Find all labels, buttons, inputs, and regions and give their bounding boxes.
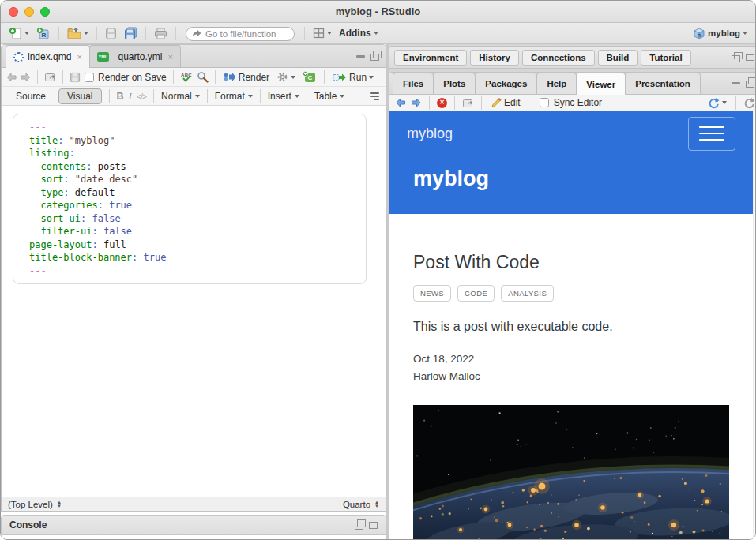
code-line: sort: "date desc" — [29, 173, 359, 186]
close-window-button[interactable] — [9, 7, 18, 17]
publish-button[interactable] — [706, 96, 728, 110]
source-mode-button[interactable]: Source — [8, 89, 54, 103]
maximize-pane-icon[interactable] — [370, 54, 379, 61]
scope-selector[interactable]: (Top Level) — [8, 500, 53, 509]
tab-plots[interactable]: Plots — [433, 73, 476, 94]
document-tab--quarto-yml[interactable]: YML_quarto.yml× — [89, 45, 181, 67]
visual-editor-toolbar: Source Visual B I </> Normal Format — [2, 87, 386, 106]
popout-icon[interactable] — [44, 72, 56, 82]
document-tab-index-qmd[interactable]: index.qmd× — [6, 45, 90, 68]
sync-editor-checkbox[interactable] — [540, 98, 549, 107]
maximize-pane-icon[interactable] — [746, 81, 754, 88]
close-tab-icon[interactable]: × — [168, 52, 173, 62]
code-line: sort-ui: false — [29, 212, 359, 226]
outline-toggle-icon[interactable] — [370, 92, 379, 100]
paragraph-style-menu[interactable]: Normal — [161, 91, 200, 102]
tab-build[interactable]: Build — [598, 50, 638, 66]
spellcheck-icon[interactable]: ABC — [180, 71, 193, 83]
tab-packages[interactable]: Packages — [475, 73, 537, 94]
new-project-button[interactable]: R — [35, 26, 52, 40]
zoom-window-button[interactable] — [40, 7, 50, 17]
tab-environment[interactable]: Environment — [394, 50, 467, 66]
table-menu[interactable]: Table — [314, 91, 345, 102]
run-icon — [333, 73, 347, 82]
category-pill-analysis[interactable]: ANALYSIS — [501, 285, 554, 302]
goto-file-input[interactable] — [186, 27, 295, 41]
hamburger-menu-button[interactable] — [688, 117, 735, 151]
viewer-scrollbar[interactable] — [753, 111, 756, 540]
viewer-forward-icon[interactable] — [411, 98, 422, 107]
paragraph-style-label: Normal — [161, 91, 192, 102]
document-tab-label: index.qmd — [28, 51, 71, 62]
goto-file-search[interactable] — [186, 26, 295, 41]
category-pill-news[interactable]: NEWS — [413, 285, 451, 302]
toolbar-separator — [454, 96, 455, 110]
tab-connections[interactable]: Connections — [522, 50, 595, 66]
render-on-save-checkbox[interactable] — [85, 73, 94, 82]
search-icon[interactable] — [197, 71, 209, 83]
edit-button[interactable]: Edit — [489, 96, 522, 109]
toolbar-separator — [175, 27, 176, 40]
save-button[interactable] — [103, 27, 118, 40]
back-icon[interactable] — [6, 73, 17, 82]
minimize-window-button[interactable] — [24, 7, 34, 17]
bold-button[interactable]: B — [117, 91, 124, 102]
print-icon — [154, 28, 167, 39]
tab-files[interactable]: Files — [393, 73, 434, 94]
close-tab-icon[interactable]: × — [77, 52, 81, 62]
run-button[interactable]: Run — [331, 71, 375, 84]
tab-viewer[interactable]: Viewer — [576, 73, 626, 95]
maximize-pane-icon[interactable] — [746, 54, 754, 61]
toolbar-separator — [481, 96, 482, 110]
open-file-button[interactable] — [66, 27, 90, 40]
tab-presentation[interactable]: Presentation — [625, 73, 701, 94]
category-pill-code[interactable]: CODE — [457, 285, 495, 302]
gear-icon — [276, 71, 288, 83]
code-line: --- — [29, 264, 359, 278]
code-button[interactable]: </> — [137, 92, 146, 101]
table-menu-label: Table — [314, 91, 337, 102]
category-pills: NEWSCODEANALYSIS — [413, 285, 729, 302]
tab-history[interactable]: History — [470, 50, 519, 66]
save-icon — [105, 28, 117, 39]
render-button[interactable]: Render — [222, 71, 271, 84]
render-icon — [224, 72, 236, 82]
svg-text:R: R — [42, 32, 47, 39]
visual-editor-body[interactable]: ---title: "myblog"listing: contents: pos… — [2, 106, 386, 497]
visual-mode-button[interactable]: Visual — [58, 88, 101, 104]
editor-pane-buttons — [356, 51, 386, 67]
viewer-back-icon[interactable] — [395, 98, 406, 107]
popout-icon[interactable] — [462, 98, 474, 108]
render-settings-button[interactable] — [275, 70, 297, 84]
print-button[interactable] — [152, 27, 169, 40]
insert-menu[interactable]: Insert — [268, 91, 299, 102]
italic-button[interactable]: I — [129, 90, 132, 103]
post-author: Harlow Malloc — [413, 370, 729, 382]
yaml-frontmatter-block[interactable]: ---title: "myblog"listing: contents: pos… — [13, 114, 367, 284]
forward-icon[interactable] — [21, 73, 31, 82]
title-block-banner: myblog — [389, 156, 753, 214]
restore-pane-icon[interactable] — [355, 523, 363, 530]
filetype-selector[interactable]: Quarto — [343, 500, 370, 509]
addins-button[interactable]: Addins — [337, 27, 380, 39]
minimize-pane-icon[interactable] — [732, 82, 740, 84]
new-file-icon — [9, 27, 22, 39]
maximize-pane-icon[interactable] — [369, 522, 378, 529]
insert-chunk-button[interactable]: C — [301, 70, 318, 84]
pane-layout-button[interactable] — [311, 27, 333, 39]
site-brand-link[interactable]: myblog — [407, 126, 453, 142]
project-menu-button[interactable]: R myblog — [691, 27, 749, 40]
save-icon[interactable] — [70, 72, 81, 83]
tab-tutorial[interactable]: Tutorial — [641, 50, 690, 66]
minimize-pane-icon[interactable] — [356, 55, 365, 58]
console-pane-header[interactable]: Console — [1, 515, 386, 535]
format-menu[interactable]: Format — [215, 91, 253, 102]
post-description: This is a post with executable code. — [413, 320, 729, 334]
refresh-icon[interactable] — [743, 97, 755, 109]
restore-pane-icon[interactable] — [732, 55, 740, 62]
main-toolbar: R — [1, 23, 755, 44]
save-all-button[interactable] — [122, 26, 139, 40]
tab-help[interactable]: Help — [536, 73, 577, 94]
new-file-button[interactable] — [7, 26, 31, 40]
stop-icon[interactable]: ✕ — [437, 98, 447, 108]
